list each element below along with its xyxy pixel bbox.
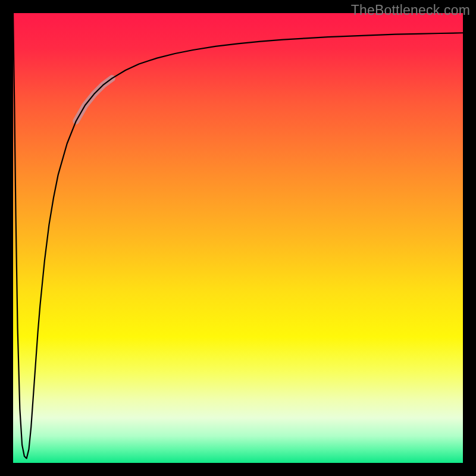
watermark-text: TheBottleneck.com (351, 2, 470, 18)
chart-frame: TheBottleneck.com (0, 0, 476, 476)
plot-area (13, 13, 463, 463)
gradient-background (13, 13, 463, 463)
chart-canvas (13, 13, 463, 463)
